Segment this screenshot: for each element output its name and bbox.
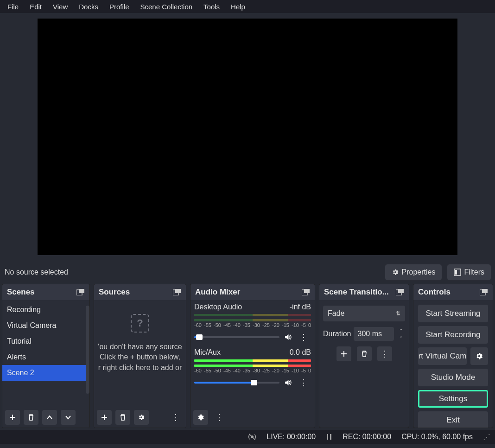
menu-help[interactable]: Help [225,1,251,13]
mixer-title: Audio Mixer [195,288,240,297]
menu-docks[interactable]: Docks [73,1,104,13]
scene-item-virtual-camera[interactable]: Virtual Camera [2,318,89,333]
move-scene-up-button[interactable] [42,410,57,425]
controls-dock: Controls Start Streaming Start Recording… [413,284,493,428]
delete-source-button[interactable] [115,410,130,425]
updown-icon: ⇅ [396,310,400,317]
transition-select[interactable]: Fade ⇅ [323,306,405,321]
menu-tools[interactable]: Tools [198,1,225,13]
delete-scene-button[interactable] [24,410,38,425]
meter-ticks: -60-55-50-45-40-35-30-25-20-15-10-50 [194,322,311,328]
source-toolbar: No source selected Properties Filters [0,261,495,284]
duration-step-down[interactable]: ⌄ [397,334,405,339]
speaker-icon[interactable] [283,378,292,387]
track-menu-button[interactable] [296,330,311,345]
track-db: -inf dB [290,303,311,311]
sources-title: Sources [99,288,130,297]
popout-icon[interactable] [76,289,85,295]
volume-slider[interactable] [194,382,279,384]
settings-button[interactable]: Settings [418,390,488,408]
resize-grip-icon[interactable]: ⋰ [483,433,490,442]
scene-item-recording[interactable]: Recording [2,302,89,318]
svg-rect-14 [330,434,331,440]
track-name: Mic/Aux [194,348,221,357]
status-bar: LIVE: 00:00:00 REC: 00:00:00 CPU: 0.0%, … [0,430,495,444]
menu-profile[interactable]: Profile [104,1,135,13]
menu-scene-collection[interactable]: Scene Collection [135,1,198,13]
popout-icon[interactable] [173,289,181,295]
audio-meter [194,314,311,316]
rec-timer: REC: 00:00:00 [343,433,391,441]
audio-meter [194,365,311,367]
mixer-advanced-button[interactable] [193,410,208,425]
audio-mixer-dock: Audio Mixer Desktop Audio -inf dB -60-55… [190,284,315,428]
popout-icon[interactable] [396,289,404,295]
exit-button[interactable]: Exit [418,411,488,428]
duration-label: Duration [323,330,351,338]
scene-item-alerts[interactable]: Alerts [2,349,89,365]
transitions-title: Scene Transitio... [324,288,389,297]
duration-value: 300 ms [357,330,381,338]
meter-ticks: -60-55-50-45-40-35-30-25-20-15-10-50 [194,368,311,373]
popout-icon[interactable] [302,289,310,295]
sources-empty-line-2: Click the + button below, [94,352,186,362]
transition-selected: Fade [328,309,344,318]
source-settings-button[interactable] [134,410,149,425]
transition-menu-button[interactable] [377,346,392,361]
start-recording-button[interactable]: Start Recording [418,326,488,344]
scene-item-scene-2[interactable]: Scene 2 [2,365,89,381]
add-transition-button[interactable] [336,346,351,361]
scenes-list[interactable]: Recording Virtual Camera Tutorial Alerts… [2,300,89,407]
source-status-text: No source selected [4,268,68,276]
scenes-scrollbar[interactable] [86,306,89,394]
track-db: 0.0 dB [290,348,311,357]
live-timer: LIVE: 00:00:00 [267,433,316,441]
mixer-track-mic-aux: Mic/Aux 0.0 dB -60-55-50-45-40-35-30-25-… [190,346,315,391]
popout-icon[interactable] [480,289,488,295]
svg-rect-5 [175,289,181,293]
cpu-status: CPU: 0.0%, 60.00 fps [401,433,473,441]
menu-file[interactable]: File [2,1,24,13]
scene-item-tutorial[interactable]: Tutorial [2,333,89,349]
filters-label: Filters [464,268,484,276]
properties-button[interactable]: Properties [385,264,443,281]
add-scene-button[interactable] [5,410,20,425]
studio-mode-button[interactable]: Studio Mode [418,369,488,386]
preview-canvas[interactable] [38,19,457,255]
move-scene-down-button[interactable] [61,410,76,425]
properties-label: Properties [402,268,436,276]
sources-empty-line-3: r right click here to add or [94,363,186,373]
svg-rect-1 [455,270,457,275]
svg-rect-7 [304,289,310,293]
broadcast-icon [248,433,256,441]
menu-bar: File Edit View Docks Profile Scene Colle… [0,0,495,13]
menu-edit[interactable]: Edit [24,1,47,13]
svg-rect-11 [482,289,488,293]
docks-container: Scenes Recording Virtual Camera Tutorial… [0,284,495,430]
question-icon: ? [131,314,149,333]
scenes-title: Scenes [7,288,35,297]
track-name: Desktop Audio [194,303,242,311]
sources-empty-state[interactable]: ? 'ou don't have any source Click the + … [94,300,186,376]
add-source-button[interactable] [97,410,112,425]
duration-input[interactable]: 300 ms [354,327,394,341]
volume-slider[interactable] [194,336,279,338]
speaker-icon[interactable] [283,333,292,341]
filters-button[interactable]: Filters [447,264,491,281]
menu-view[interactable]: View [47,1,73,13]
svg-rect-9 [398,289,404,293]
svg-rect-3 [79,289,84,293]
controls-title: Controls [418,288,451,297]
sources-dock: Sources ? 'ou don't have any source Clic… [94,284,186,428]
pause-icon [326,434,332,440]
mixer-menu-button[interactable] [212,410,227,425]
gear-icon [392,269,399,276]
start-virtual-cam-button[interactable]: rt Virtual Cam [418,347,467,365]
track-menu-button[interactable] [296,375,311,390]
delete-transition-button[interactable] [357,346,372,361]
source-menu-button[interactable] [168,410,183,425]
virtual-cam-settings-button[interactable] [470,347,488,365]
mixer-track-desktop-audio: Desktop Audio -inf dB -60-55-50-45-40-35… [190,300,315,346]
audio-meter [194,319,311,321]
start-streaming-button[interactable]: Start Streaming [418,305,488,322]
